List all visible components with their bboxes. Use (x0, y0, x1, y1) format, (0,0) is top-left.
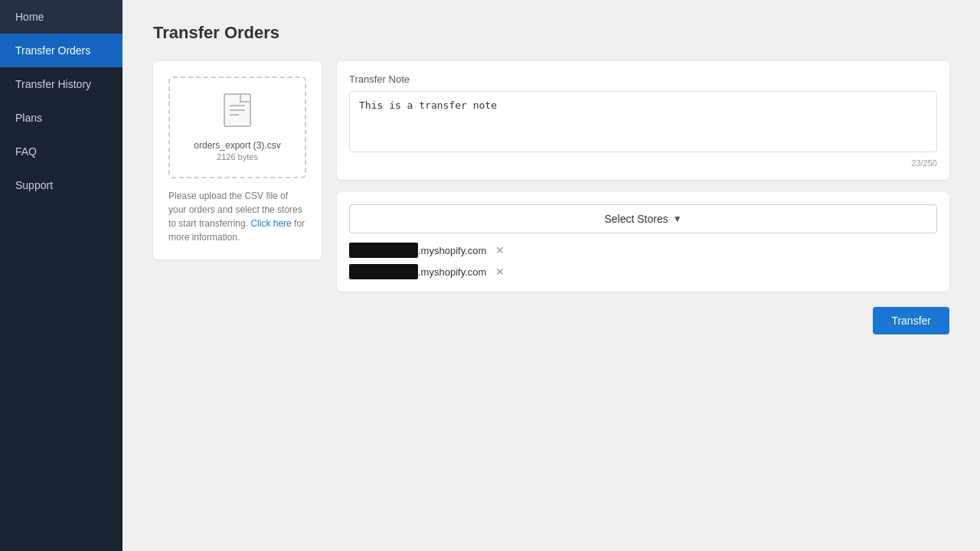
transfer-note-label: Transfer Note (349, 73, 937, 85)
store-tag-label: .myshopify.com (349, 264, 486, 279)
store-tag-remove-button[interactable]: ✕ (492, 243, 508, 257)
file-icon (224, 93, 251, 134)
select-stores-label: Select Stores (604, 213, 668, 225)
upload-help-link[interactable]: Click here (250, 218, 291, 229)
store-tags-list: .myshopify.com ✕ .myshopify.com ✕ (349, 243, 937, 279)
store-tag-domain: .myshopify.com (418, 245, 486, 256)
transfer-note-textarea[interactable] (349, 91, 937, 152)
sidebar: Home Transfer Orders Transfer History Pl… (0, 0, 122, 551)
sidebar-item-support[interactable]: Support (0, 168, 122, 202)
transfer-note-counter: 23/250 (349, 158, 937, 168)
main-content: Transfer Orders orders_export (3).csv 21… (122, 0, 980, 551)
upload-card: orders_export (3).csv 2126 bytes Please … (153, 61, 322, 259)
content-row: orders_export (3).csv 2126 bytes Please … (153, 61, 949, 334)
store-tag-block (349, 264, 418, 279)
transfer-note-card: Transfer Note 23/250 (337, 61, 949, 180)
transfer-button[interactable]: Transfer (873, 307, 949, 334)
page-title: Transfer Orders (153, 23, 949, 43)
file-size: 2126 bytes (217, 152, 258, 161)
file-name: orders_export (3).csv (194, 140, 280, 151)
sidebar-item-faq[interactable]: FAQ (0, 135, 122, 168)
right-panel: Transfer Note 23/250 Select Stores ▼ .my… (337, 61, 949, 334)
sidebar-item-home[interactable]: Home (0, 0, 122, 34)
upload-dropzone[interactable]: orders_export (3).csv 2126 bytes (168, 77, 306, 178)
transfer-btn-row: Transfer (337, 307, 949, 334)
store-tag-domain: .myshopify.com (418, 266, 486, 278)
sidebar-item-plans[interactable]: Plans (0, 101, 122, 135)
stores-card: Select Stores ▼ .myshopify.com ✕ .mys (337, 192, 949, 292)
store-tag-label: .myshopify.com (349, 243, 486, 258)
select-stores-button[interactable]: Select Stores ▼ (349, 204, 937, 233)
store-tag-block (349, 243, 418, 258)
chevron-down-icon: ▼ (673, 214, 682, 224)
sidebar-item-transfer-orders[interactable]: Transfer Orders (0, 34, 122, 67)
store-tag: .myshopify.com ✕ (349, 243, 937, 258)
store-tag-remove-button[interactable]: ✕ (492, 265, 508, 279)
upload-help: Please upload the CSV file of your order… (168, 189, 306, 244)
store-tag: .myshopify.com ✕ (349, 264, 937, 279)
sidebar-item-transfer-history[interactable]: Transfer History (0, 67, 122, 101)
